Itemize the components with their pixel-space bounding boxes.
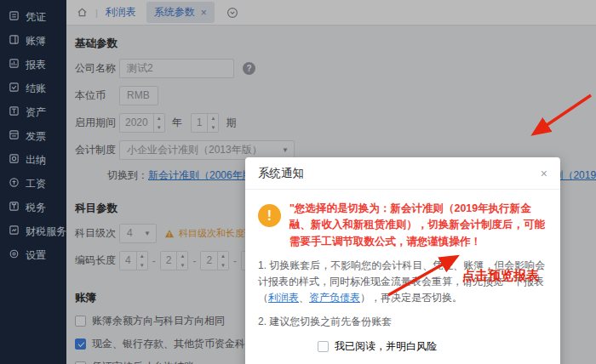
checkbox-label: 我已阅读，并明白风险 <box>335 339 437 354</box>
checkbox-icon[interactable] <box>318 341 329 352</box>
notice-paragraph-2: 2. 建议您切换之前先备份账套 <box>258 314 547 330</box>
notice-paragraph-1: 1. 切换账套后，不影响您的会计科目、凭证、账簿，但会影响会计报表的样式，同时标… <box>258 258 547 306</box>
balance-sheet-link[interactable]: 资产负债表 <box>309 292 360 304</box>
risk-acknowledge-checkbox[interactable]: 我已阅读，并明白风险 <box>318 339 547 354</box>
profit-statement-link[interactable]: 利润表 <box>268 292 299 304</box>
dialog-title: 系统通知 <box>258 166 304 181</box>
app-window: 凭证 账簿 报表 结账 资产 发票 出纳 工资 <box>0 0 596 364</box>
warning-icon: ! <box>258 204 281 227</box>
system-notice-dialog: 系统通知 × ! "您选择的是切换为：新会计准则（2019年执行新金融、新收入和… <box>245 157 560 364</box>
close-icon[interactable]: × <box>541 168 547 179</box>
dialog-body: ! "您选择的是切换为：新会计准则（2019年执行新金融、新收入和新租赁准则），… <box>245 190 560 354</box>
dialog-header: 系统通知 × <box>245 157 560 190</box>
alert-message: "您选择的是切换为：新会计准则（2019年执行新金融、新收入和新租赁准则），切换… <box>289 201 547 250</box>
